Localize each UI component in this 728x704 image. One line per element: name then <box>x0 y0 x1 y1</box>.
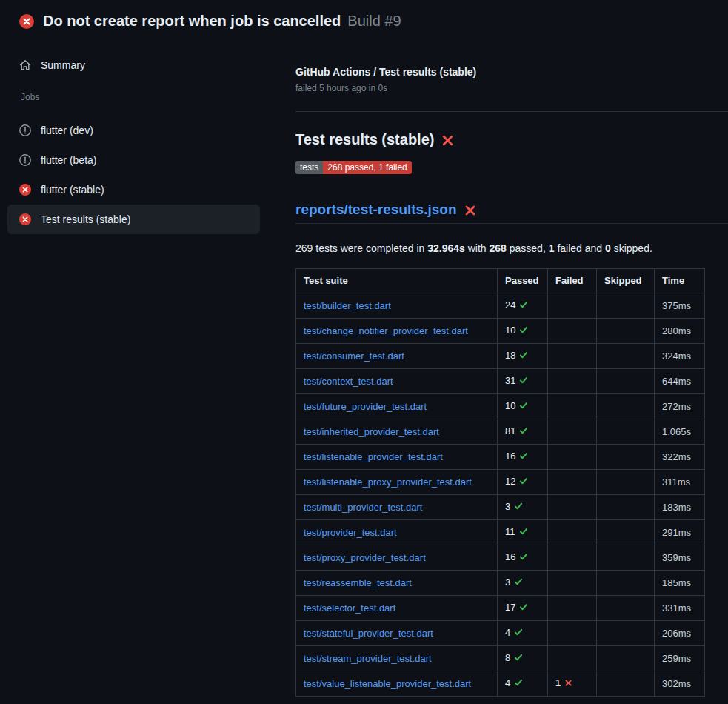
suite-cell: test/listenable_proxy_provider_test.dart <box>296 470 498 495</box>
x-icon <box>564 678 572 690</box>
test-suite-link[interactable]: test/consumer_test.dart <box>304 351 404 362</box>
test-suite-link[interactable]: test/change_notifier_provider_test.dart <box>304 325 468 336</box>
table-row: test/builder_test.dart24375ms <box>296 293 705 319</box>
test-suite-link[interactable]: test/stream_provider_test.dart <box>304 653 432 664</box>
skipped-cell <box>597 495 655 520</box>
passed-count: 24 <box>505 299 515 311</box>
test-suite-link[interactable]: test/inherited_provider_test.dart <box>304 426 439 437</box>
test-suite-link[interactable]: test/context_test.dart <box>304 376 393 387</box>
skipped-cell <box>597 571 655 596</box>
check-icon <box>519 325 528 337</box>
check-icon <box>519 552 528 564</box>
skipped-cell <box>597 545 655 571</box>
summary-line: 269 tests were completed in 32.964s with… <box>295 242 704 254</box>
sidebar-item-flutter-dev[interactable]: flutter (dev) <box>7 116 260 145</box>
failed-count: 1 <box>555 677 561 688</box>
test-suite-link[interactable]: test/proxy_provider_test.dart <box>304 552 426 563</box>
passed-count: 3 <box>505 577 510 588</box>
sidebar-item-flutter-stable[interactable]: flutter (stable) <box>7 175 260 205</box>
time-cell: 324ms <box>655 344 705 369</box>
failed-cell <box>548 394 597 419</box>
summary-segment: passed, <box>507 242 549 254</box>
check-icon <box>519 351 528 362</box>
failed-cell <box>548 319 597 344</box>
x-circle-icon <box>19 213 31 225</box>
failed-cell <box>548 596 597 621</box>
col-header-passed: Passed <box>498 269 548 293</box>
test-suite-link[interactable]: test/listenable_proxy_provider_test.dart <box>304 476 472 488</box>
time-cell: 206ms <box>655 621 705 646</box>
suite-cell: test/multi_provider_test.dart <box>296 495 498 520</box>
passed-count: 16 <box>505 451 515 462</box>
skipped-cell <box>597 319 655 344</box>
sidebar-item-flutter-beta[interactable]: flutter (beta) <box>7 145 260 175</box>
table-row: test/proxy_provider_test.dart16359ms <box>296 545 705 571</box>
tests-badge: tests 268 passed, 1 failed <box>295 161 412 174</box>
table-row: test/stateful_provider_test.dart4206ms <box>296 621 705 646</box>
suite-cell: test/provider_test.dart <box>296 520 498 545</box>
failed-cell <box>548 369 597 394</box>
suite-cell: test/reassemble_test.dart <box>296 571 498 596</box>
skipped-cell <box>597 646 655 671</box>
passed-cell: 16 <box>498 545 548 571</box>
skipped-cell <box>597 293 655 319</box>
report-file-link[interactable]: reports/test-results.json <box>295 202 457 218</box>
passed-count: 11 <box>505 526 515 537</box>
check-icon <box>519 401 528 413</box>
passed-count: 10 <box>505 325 515 336</box>
test-suite-link[interactable]: test/multi_provider_test.dart <box>304 502 422 513</box>
sidebar-item-summary[interactable]: Summary <box>7 50 260 80</box>
suite-cell: test/future_provider_test.dart <box>296 394 498 419</box>
section-title: Test results (stable) <box>295 131 434 148</box>
skipped-cell <box>597 369 655 394</box>
x-circle-icon <box>19 184 31 196</box>
suite-cell: test/builder_test.dart <box>296 293 498 319</box>
badge-value: 268 passed, 1 failed <box>323 161 411 174</box>
failed-cell <box>548 520 597 545</box>
passed-count: 3 <box>505 501 510 512</box>
failed-cell: 1 <box>548 671 597 697</box>
suite-cell: test/change_notifier_provider_test.dart <box>296 319 498 344</box>
test-suite-link[interactable]: test/value_listenable_provider_test.dart <box>304 678 471 689</box>
time-cell: 185ms <box>655 571 705 596</box>
test-suite-link[interactable]: test/stateful_provider_test.dart <box>304 628 433 639</box>
passed-count: 31 <box>505 375 515 386</box>
test-suite-link[interactable]: test/selector_test.dart <box>304 602 395 614</box>
sidebar-item-test-results-stable[interactable]: Test results (stable) <box>7 205 260 234</box>
time-cell: 1.065s <box>655 419 705 445</box>
check-icon <box>514 577 523 589</box>
check-icon <box>519 451 528 463</box>
passed-cell: 3 <box>498 571 548 596</box>
summary-segment: skipped. <box>611 242 652 254</box>
check-icon <box>519 300 528 312</box>
passed-cell: 4 <box>498 621 548 646</box>
test-suite-link[interactable]: test/reassemble_test.dart <box>304 577 412 588</box>
sidebar-jobs-list: flutter (dev)flutter (beta)flutter (stab… <box>7 116 260 234</box>
test-suite-link[interactable]: test/provider_test.dart <box>304 527 397 538</box>
suite-cell: test/listenable_provider_test.dart <box>296 445 498 470</box>
summary-segment: 32.964s <box>427 242 465 254</box>
time-cell: 259ms <box>655 646 705 671</box>
failed-cell <box>548 445 597 470</box>
skipped-cell <box>597 671 655 697</box>
check-icon <box>514 678 523 690</box>
sidebar: Summary Jobs flutter (dev)flutter (beta)… <box>0 38 267 234</box>
check-icon <box>519 527 528 539</box>
alert-circle-icon <box>19 154 31 166</box>
test-suite-link[interactable]: test/future_provider_test.dart <box>304 401 427 412</box>
failed-cell <box>548 344 597 369</box>
table-row: test/provider_test.dart11291ms <box>296 520 705 545</box>
test-suite-link[interactable]: test/listenable_provider_test.dart <box>304 451 443 462</box>
x-icon <box>464 205 476 216</box>
table-row: test/reassemble_test.dart3185ms <box>296 571 705 596</box>
table-row: test/selector_test.dart17331ms <box>296 596 705 621</box>
table-row: test/multi_provider_test.dart3183ms <box>296 495 705 520</box>
check-run-header: Do not create report when job is cancell… <box>0 0 728 38</box>
failed-cell <box>548 571 597 596</box>
time-cell: 291ms <box>655 520 705 545</box>
badge-label: tests <box>295 161 323 174</box>
test-suite-link[interactable]: test/builder_test.dart <box>304 300 391 311</box>
time-cell: 272ms <box>655 394 705 419</box>
summary-segment: 1 <box>549 242 555 254</box>
col-header-time: Time <box>655 269 705 293</box>
